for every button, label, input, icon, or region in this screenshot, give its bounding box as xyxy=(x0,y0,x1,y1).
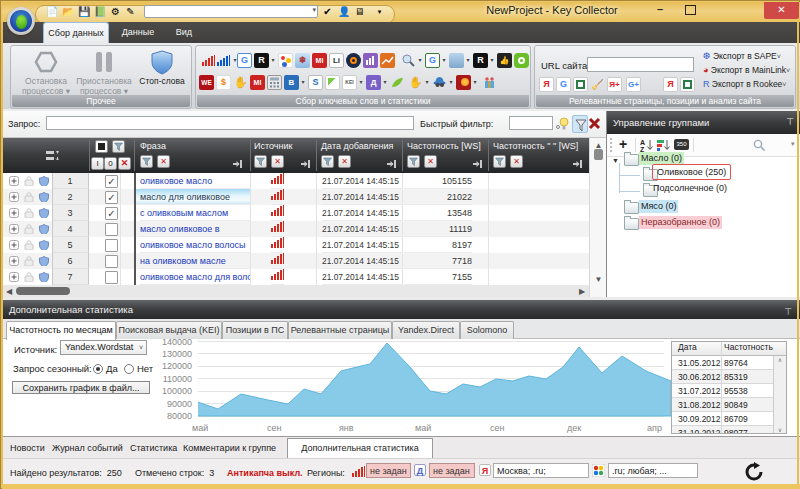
svg-text:A: A xyxy=(640,139,645,146)
